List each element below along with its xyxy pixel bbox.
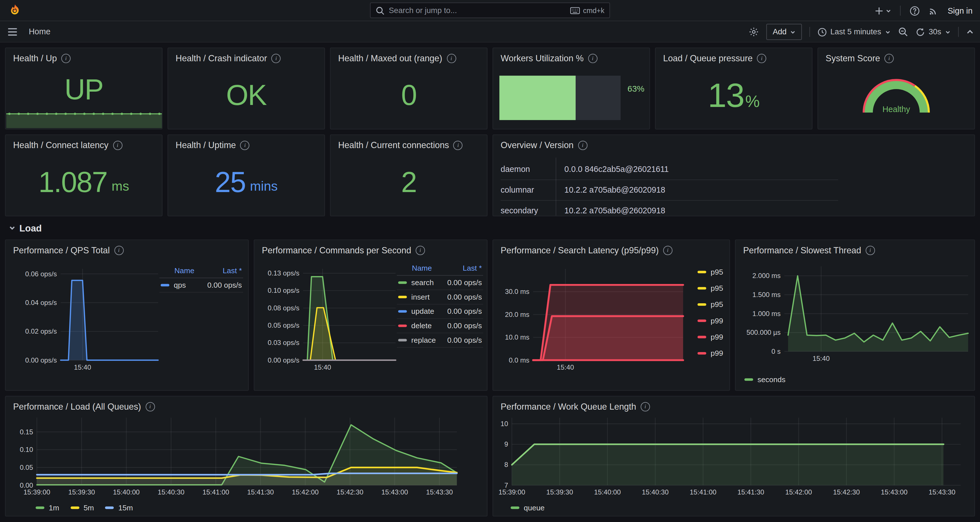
load-chart[interactable]: 15:39:0015:39:3015:40:0015:40:3015:41:00…	[8, 413, 486, 504]
add-menu-button[interactable]	[875, 6, 891, 15]
help-icon[interactable]	[910, 5, 920, 16]
panel-title[interactable]: Load / Queue pressure	[663, 53, 753, 63]
info-icon[interactable]: i	[757, 53, 767, 63]
legend-item[interactable]: p99	[698, 333, 723, 342]
svg-text:15:43:30: 15:43:30	[426, 488, 453, 496]
svg-text:0.08 ops/s: 0.08 ops/s	[268, 304, 299, 312]
table-row[interactable]: secondary 10.2.2 a705ab6@26020918	[501, 200, 968, 216]
panel-title[interactable]: Workers Utilization %	[501, 53, 584, 63]
info-icon[interactable]: i	[588, 53, 597, 63]
svg-text:15:41:00: 15:41:00	[202, 488, 229, 496]
grafana-logo[interactable]	[8, 3, 22, 17]
svg-text:15:39:00: 15:39:00	[24, 488, 50, 496]
panel-title[interactable]: Health / Up	[13, 53, 57, 63]
time-range-picker[interactable]: Last 5 minutes	[817, 27, 891, 37]
menu-icon[interactable]	[7, 27, 17, 36]
bar-gauge[interactable]	[500, 76, 621, 120]
legend-item[interactable]: p99	[698, 316, 723, 325]
legend-item[interactable]: delete0.00 ops/s	[397, 319, 483, 334]
info-icon[interactable]: i	[885, 53, 894, 63]
info-icon[interactable]: i	[447, 53, 456, 63]
legend-item[interactable]: insert0.00 ops/s	[397, 290, 483, 305]
panel-title[interactable]: Performance / Search Latency (p95/p99)	[501, 245, 659, 255]
add-button[interactable]: Add	[767, 24, 802, 40]
panel-title[interactable]: Health / Crash indicator	[175, 53, 267, 63]
panel-title[interactable]: Performance / Work Queue Length	[501, 401, 636, 411]
row-toggle-load[interactable]: Load	[9, 223, 42, 233]
panel-title[interactable]: Health / Uptime	[175, 140, 236, 150]
panel-title[interactable]: Health / Current connections	[338, 140, 449, 150]
info-icon[interactable]: i	[61, 53, 71, 63]
svg-text:15:42:30: 15:42:30	[337, 488, 363, 496]
legend-item[interactable]: search0.00 ops/s	[397, 276, 483, 290]
legend-item[interactable]: p95	[698, 300, 723, 309]
legend-item[interactable]: seconds	[745, 375, 786, 384]
info-icon[interactable]: i	[113, 140, 122, 150]
panel-title[interactable]: Performance / QPS Total	[13, 245, 110, 255]
info-icon[interactable]: i	[114, 246, 123, 255]
svg-text:15:41:30: 15:41:30	[247, 488, 274, 496]
table-row[interactable]: columnar 10.2.2 a705ab6@26020918	[501, 180, 968, 200]
sign-in-button[interactable]: Sign in	[948, 6, 973, 15]
breadcrumb[interactable]: Home	[29, 27, 50, 36]
svg-text:15:40:00: 15:40:00	[113, 488, 140, 496]
panel-workers-utilization: Workers Utilization %i 63%	[493, 48, 650, 130]
legend-item[interactable]: p95	[698, 268, 723, 276]
legend-item[interactable]: qps0.00 ops/s	[159, 278, 243, 293]
legend-item[interactable]: p99	[698, 349, 723, 358]
load-legend: 1m5m15m	[36, 503, 133, 512]
zoom-out-icon[interactable]	[898, 27, 908, 37]
panel-title[interactable]: System Score	[826, 53, 880, 63]
refresh-picker[interactable]: 30s	[916, 27, 951, 37]
panel-title[interactable]: Performance / Slowest Thread	[743, 245, 861, 255]
info-icon[interactable]: i	[641, 402, 650, 411]
panel-title[interactable]: Performance / Load (All Queues)	[13, 401, 141, 411]
table-row[interactable]: daemon 0.0.0 846c2ab5a@26021611	[501, 159, 968, 180]
search-input[interactable]: Search or jump to... cmd+k	[370, 3, 610, 18]
svg-text:15:41:30: 15:41:30	[738, 488, 764, 496]
component-name: daemon	[501, 164, 555, 174]
legend-item[interactable]: queue	[511, 503, 545, 512]
svg-text:2.000 ms: 2.000 ms	[752, 272, 781, 279]
info-icon[interactable]: i	[240, 140, 250, 150]
svg-text:15:39:30: 15:39:30	[68, 488, 95, 496]
legend-item[interactable]: 5m	[70, 503, 94, 512]
info-icon[interactable]: i	[415, 246, 425, 255]
legend-item[interactable]: update0.00 ops/s	[397, 305, 483, 319]
gear-icon[interactable]	[749, 27, 759, 37]
slowest-chart[interactable]: 15:402.000 ms1.500 ms1.000 ms500.000 µs0…	[738, 260, 973, 371]
legend-item[interactable]: 1m	[36, 503, 59, 512]
legend-item[interactable]: replace0.00 ops/s	[397, 334, 483, 348]
info-icon[interactable]: i	[865, 246, 875, 255]
legend-item[interactable]: 15m	[105, 503, 133, 512]
chevron-down-icon	[790, 29, 795, 35]
queue-chart[interactable]: 15:39:0015:39:3015:40:0015:40:3015:41:00…	[496, 413, 973, 504]
panel-load-all-queues: Performance / Load (All Queues)i 15:39:0…	[5, 396, 488, 516]
chevron-up-icon[interactable]	[966, 28, 974, 35]
panel-system-score: System Scorei Healthy	[818, 48, 975, 130]
info-icon[interactable]: i	[578, 140, 587, 150]
info-icon[interactable]: i	[663, 246, 672, 255]
info-icon[interactable]: i	[453, 140, 463, 150]
news-rss-icon[interactable]	[929, 6, 939, 16]
svg-text:0.00 ops/s: 0.00 ops/s	[25, 356, 57, 364]
info-icon[interactable]: i	[271, 53, 281, 63]
panel-title[interactable]: Overview / Version	[501, 140, 573, 150]
stat-unit: %	[745, 92, 760, 111]
panel-title[interactable]: Performance / Commands per Second	[262, 245, 412, 255]
system-score-gauge[interactable]: Healthy	[859, 73, 934, 118]
panel-title[interactable]: Health / Connect latency	[13, 140, 108, 150]
svg-text:0.10: 0.10	[20, 446, 33, 453]
svg-text:0.00 ops/s: 0.00 ops/s	[268, 356, 299, 364]
panel-search-latency: Performance / Search Latency (p95/p99)i …	[493, 239, 730, 391]
legend-item[interactable]: p95	[698, 284, 723, 293]
svg-text:0.05 ops/s: 0.05 ops/s	[268, 321, 299, 329]
panel-title[interactable]: Health / Maxed out (range)	[338, 53, 442, 63]
commands-legend: NameLast *search0.00 ops/sinsert0.00 ops…	[397, 264, 483, 348]
latency-chart[interactable]: 15:4030.0 ms20.0 ms10.0 ms0.0 ms	[496, 260, 728, 385]
info-icon[interactable]: i	[145, 402, 155, 411]
latency-legend: p95p95p95p99p99p99	[698, 268, 723, 358]
panel-version: Overview / Versioni daemon 0.0.0 846c2ab…	[493, 134, 975, 217]
svg-text:0.02 ops/s: 0.02 ops/s	[25, 327, 57, 335]
up-sparkline[interactable]	[6, 111, 162, 128]
